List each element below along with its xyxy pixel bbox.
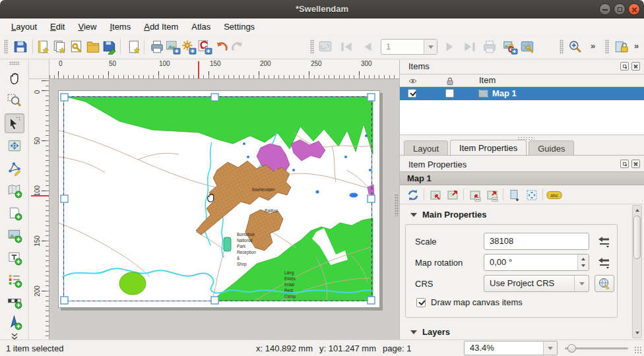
add-label-button[interactable] xyxy=(5,248,24,268)
window-resize-grip[interactable] xyxy=(634,346,642,354)
zoom-slider-thumb[interactable] xyxy=(567,344,576,353)
tab-guides[interactable]: Guides xyxy=(529,140,574,156)
toolbar-grip[interactable] xyxy=(310,40,314,54)
atlas-preview-button[interactable] xyxy=(316,38,335,56)
add-items-from-template-button[interactable] xyxy=(125,38,144,56)
crs-settings-button[interactable] xyxy=(595,275,614,292)
add-north-arrow-button[interactable] xyxy=(5,312,24,332)
export-pdf-button[interactable] xyxy=(195,38,214,56)
set-canvas-scale-button[interactable] xyxy=(484,187,500,203)
panel-scrollbar[interactable] xyxy=(632,205,642,338)
maximize-button[interactable] xyxy=(614,3,626,15)
menu-add-item[interactable]: Add Item xyxy=(138,20,184,34)
menu-view[interactable]: View xyxy=(72,20,102,34)
draw-canvas-items-checkbox[interactable] xyxy=(416,298,426,307)
zoom-in-button[interactable] xyxy=(566,38,585,56)
add-legend-button[interactable] xyxy=(5,270,24,290)
close-button[interactable] xyxy=(628,3,640,15)
rotation-spinbox[interactable]: 0,00 ° xyxy=(484,254,589,271)
close-panel-button[interactable] xyxy=(631,62,640,71)
open-layout-button[interactable] xyxy=(84,38,102,56)
set-map-scale-button[interactable] xyxy=(467,187,483,203)
rotation-data-defined-button[interactable] xyxy=(595,254,613,270)
toolbar-grip[interactable] xyxy=(4,40,8,54)
lock-checkbox[interactable] xyxy=(445,89,454,98)
menu-layout[interactable]: Layout xyxy=(5,20,43,34)
zoom-level-combo[interactable]: 43.4% xyxy=(464,341,558,355)
layout-canvas[interactable]: Swellendam Railton Bontebok National Par… xyxy=(49,79,399,340)
tab-layout[interactable]: Layout xyxy=(404,140,448,156)
globe-edit-icon xyxy=(598,277,611,290)
zoom-dropdown[interactable] xyxy=(543,341,557,355)
edit-nodes-tool-button[interactable] xyxy=(5,158,24,178)
add-map-button[interactable] xyxy=(5,181,24,200)
scale-data-defined-button[interactable] xyxy=(595,233,613,249)
select-move-item-tool-button[interactable] xyxy=(5,113,24,133)
save-project-button[interactable] xyxy=(11,38,30,56)
new-layout-button[interactable] xyxy=(34,38,53,56)
atlas-page-dropdown[interactable] xyxy=(424,40,437,54)
toolbar-overflow-chevron[interactable]: » xyxy=(591,41,595,51)
scrollbar-thumb[interactable] xyxy=(633,216,641,259)
minimize-button[interactable] xyxy=(599,3,611,15)
items-row-map1[interactable]: Map 1 xyxy=(400,87,644,100)
print-icon xyxy=(149,39,165,55)
atlas-last-feature-button[interactable] xyxy=(461,38,479,56)
set-map-extent-button[interactable] xyxy=(428,187,443,203)
menu-edit[interactable]: Edit xyxy=(44,20,71,34)
layout-manager-button[interactable] xyxy=(67,38,86,56)
map-item[interactable]: Swellendam Railton Bontebok National Par… xyxy=(59,91,381,309)
ruler-label: 300 xyxy=(361,60,372,67)
toolbar-overflow-chevron[interactable]: » xyxy=(634,41,639,51)
atlas-page-input[interactable]: 1 xyxy=(381,39,437,55)
redo-button[interactable] xyxy=(228,38,247,56)
toolbar-grip[interactable] xyxy=(560,40,564,54)
section-layers[interactable]: Layers xyxy=(410,327,450,337)
page-settings-button[interactable] xyxy=(507,187,523,203)
duplicate-layout-button[interactable] xyxy=(51,38,69,56)
add-scalebar-button[interactable] xyxy=(5,291,24,311)
menu-settings[interactable]: Settings xyxy=(218,20,261,34)
scale-input[interactable]: 38108 xyxy=(484,233,589,250)
crs-combo[interactable]: Use Project CRS xyxy=(484,275,589,292)
close-panel-button[interactable] xyxy=(631,160,640,168)
crs-label: CRS xyxy=(415,279,484,289)
visibility-checkbox[interactable] xyxy=(408,89,416,98)
atlas-prev-feature-button[interactable] xyxy=(358,38,377,56)
atlas-next-feature-button[interactable] xyxy=(441,38,459,56)
interactively-edit-extent-button[interactable] xyxy=(524,187,540,203)
save-as-template-button[interactable] xyxy=(100,38,119,56)
panel-splitter-handle[interactable] xyxy=(395,194,399,216)
section-main-properties[interactable]: Main Properties xyxy=(410,210,487,220)
zoom-tool-button[interactable] xyxy=(5,91,24,111)
hand-cursor xyxy=(208,194,214,202)
pan-tool-button[interactable] xyxy=(5,69,24,88)
toolbar-grip[interactable] xyxy=(9,61,20,65)
atlas-settings-button[interactable] xyxy=(518,38,536,56)
tab-item-properties[interactable]: Item Properties xyxy=(450,140,527,156)
spin-buttons[interactable] xyxy=(577,254,589,270)
view-extent-in-canvas-button[interactable] xyxy=(445,187,461,203)
zoom-slider[interactable] xyxy=(565,347,628,349)
pan-hand-icon xyxy=(7,71,22,86)
add-scalebar-icon xyxy=(7,293,22,309)
scroll-down-arrow[interactable] xyxy=(633,328,641,338)
print-atlas-button[interactable] xyxy=(480,38,499,56)
add-picture-button[interactable] xyxy=(5,225,24,245)
menu-atlas[interactable]: Atlas xyxy=(185,20,216,34)
float-panel-button[interactable] xyxy=(620,160,629,168)
export-atlas-button[interactable] xyxy=(501,38,519,56)
move-item-content-tool-button[interactable] xyxy=(5,136,24,156)
svg-text:National: National xyxy=(237,238,252,243)
scroll-up-arrow[interactable] xyxy=(633,206,641,215)
float-panel-button[interactable] xyxy=(620,62,629,71)
add-shape-button[interactable] xyxy=(5,203,24,223)
titlebar[interactable]: *Swellendam xyxy=(0,0,644,18)
atlas-first-feature-button[interactable] xyxy=(337,38,356,56)
lock-items-button[interactable] xyxy=(612,38,631,56)
toolbar-grip[interactable] xyxy=(605,40,609,54)
menu-items[interactable]: Items xyxy=(104,20,137,34)
refresh-map-button[interactable] xyxy=(405,187,421,203)
ruler-label: 250 xyxy=(311,60,322,67)
labeling-settings-button[interactable]: abc xyxy=(546,187,562,203)
